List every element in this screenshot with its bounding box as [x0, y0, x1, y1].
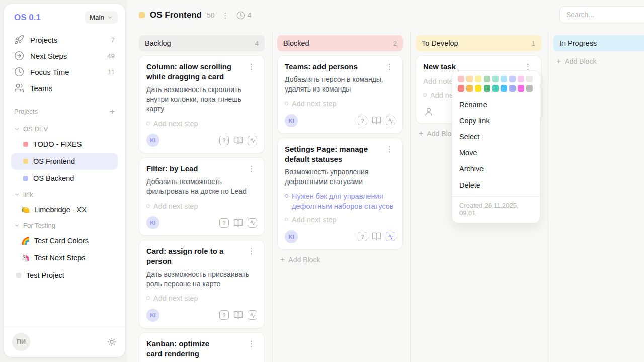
column-header[interactable]: Blocked 2 [277, 35, 403, 51]
kanban-card[interactable]: Column: allow scrolling while dragging a… [139, 55, 265, 153]
kanban-card[interactable]: Filter: by Lead ⋮ Добавить возможность ф… [139, 157, 265, 236]
color-swatch[interactable] [475, 85, 481, 92]
card-title: Column: allow scrolling while dragging a… [146, 62, 246, 82]
color-swatch[interactable] [484, 76, 490, 82]
color-swatch[interactable] [458, 85, 464, 92]
menu-item-delete[interactable]: Delete [452, 177, 540, 193]
question-icon[interactable]: ? [219, 218, 229, 228]
sidebar-item-focus-time[interactable]: Focus Time 11 [11, 64, 118, 80]
question-icon[interactable]: ? [219, 310, 229, 320]
color-swatch[interactable] [492, 76, 499, 82]
assign-person-icon[interactable] [423, 106, 434, 117]
project-test-card-colors[interactable]: 🌈 Test Card Colors [11, 232, 118, 249]
color-swatch[interactable] [501, 85, 507, 92]
book-icon[interactable] [372, 232, 381, 241]
card-menu-icon[interactable]: ⋮ [246, 62, 257, 71]
column-header[interactable]: In Progress [553, 35, 644, 51]
project-todo-fixes[interactable]: TODO - FIXES [11, 136, 118, 153]
color-swatch[interactable] [509, 76, 516, 82]
group-os-dev[interactable]: OS DEV [11, 122, 118, 136]
project-os-backend[interactable]: OS Backend [11, 170, 118, 187]
menu-item-move[interactable]: Move [452, 145, 540, 161]
card-menu-icon[interactable]: ⋮ [384, 62, 395, 71]
column-name: Blocked [283, 39, 309, 47]
focus-time-indicator[interactable]: 4 [236, 11, 252, 20]
color-swatch[interactable] [466, 76, 473, 82]
card-menu-icon[interactable]: ⋮ [246, 246, 257, 256]
color-swatch[interactable] [492, 85, 499, 92]
color-swatch[interactable] [501, 76, 507, 82]
step-circle-icon [285, 218, 288, 221]
search-input[interactable] [559, 6, 644, 23]
kanban-card[interactable]: Settings Page: manage default statuses ⋮… [277, 138, 403, 250]
color-swatch[interactable] [526, 85, 533, 92]
kanban-card[interactable]: Teams: add persons ⋮ Добавлять персон в … [277, 55, 403, 134]
card-title: New task [423, 62, 459, 72]
sidebar-item-next-steps[interactable]: Next Steps 49 [11, 48, 118, 64]
add-next-step[interactable]: Add next step [285, 215, 395, 225]
add-next-step[interactable]: Add next step [146, 119, 257, 129]
step-circle-icon [146, 296, 150, 300]
add-next-step[interactable]: Add next step [146, 202, 257, 212]
activity-icon[interactable] [248, 136, 257, 145]
card-title: Filter: by Lead [146, 164, 201, 174]
theme-toggle-button[interactable] [107, 337, 117, 347]
book-icon[interactable] [233, 218, 243, 228]
column-count: 4 [255, 40, 259, 47]
kanban-card[interactable]: Kanban: optimize card rendering ⋮ Next s… [139, 332, 265, 362]
card-menu-icon[interactable]: ⋮ [246, 339, 257, 348]
menu-item-copy-link[interactable]: Copy link [452, 113, 540, 129]
assignee-avatar[interactable]: KI [146, 309, 159, 322]
column-header[interactable]: To Develop 1 [416, 35, 541, 51]
menu-item-rename[interactable]: Rename [452, 97, 540, 113]
activity-icon[interactable] [386, 116, 395, 125]
assignee-avatar[interactable]: KI [285, 114, 298, 127]
workspace-switcher[interactable]: Main [85, 11, 118, 24]
book-icon[interactable] [233, 136, 243, 145]
board-menu-icon[interactable]: ⋮ [220, 11, 231, 20]
color-swatch[interactable] [518, 85, 524, 92]
project-limebridge[interactable]: 🍋 Limebridge - XX [11, 201, 118, 218]
activity-icon[interactable] [386, 232, 395, 241]
project-test-project[interactable]: Test Project [11, 266, 118, 284]
menu-item-select[interactable]: Select [452, 129, 540, 145]
project-test-next-steps[interactable]: 🦄 Test Next Steps [11, 249, 118, 266]
add-project-button[interactable]: + [110, 107, 115, 116]
group-for-testing[interactable]: For Testing [11, 218, 118, 232]
question-icon[interactable]: ? [358, 232, 367, 241]
color-swatch[interactable] [526, 76, 533, 82]
step-circle-icon [146, 204, 150, 208]
activity-icon[interactable] [248, 218, 257, 228]
assignee-avatar[interactable]: KI [285, 230, 298, 243]
card-menu-icon[interactable]: ⋮ [246, 164, 257, 173]
chevron-down-icon [14, 126, 20, 132]
next-step-item[interactable]: Нужен бэк для управления дефолтным набор… [285, 192, 395, 211]
sidebar-item-teams[interactable]: Teams [11, 80, 118, 96]
color-swatch[interactable] [518, 76, 524, 82]
color-swatch[interactable] [475, 76, 481, 82]
color-swatch[interactable] [466, 85, 473, 92]
assignee-avatar[interactable]: KI [146, 216, 159, 229]
assignee-avatar[interactable]: KI [146, 134, 159, 147]
activity-icon[interactable] [248, 310, 257, 320]
question-icon[interactable]: ? [358, 116, 367, 125]
add-block-button[interactable]: + Add Block [277, 256, 403, 264]
book-icon[interactable] [372, 116, 381, 125]
kanban-card[interactable]: Card: assign role to a person ⋮ Дать воз… [139, 240, 265, 328]
book-icon[interactable] [233, 310, 243, 320]
card-menu-icon[interactable]: ⋮ [384, 144, 395, 154]
color-swatch[interactable] [458, 76, 464, 82]
color-swatch[interactable] [484, 85, 490, 92]
color-swatch[interactable] [509, 85, 516, 92]
question-icon[interactable]: ? [219, 136, 229, 145]
add-block-button[interactable]: + Add Block [553, 57, 644, 65]
sidebar-item-projects[interactable]: Projects 7 [11, 32, 118, 48]
step-circle-icon [423, 93, 427, 97]
user-avatar[interactable]: ПИ [12, 333, 30, 351]
add-next-step[interactable]: Add next step [285, 99, 395, 109]
project-os-frontend[interactable]: OS Frontend [11, 153, 118, 170]
menu-item-archive[interactable]: Archive [452, 161, 540, 177]
column-header[interactable]: Backlog 4 [139, 35, 265, 51]
group-lirik[interactable]: lirik [11, 187, 118, 201]
add-next-step[interactable]: Add next step [146, 294, 257, 304]
